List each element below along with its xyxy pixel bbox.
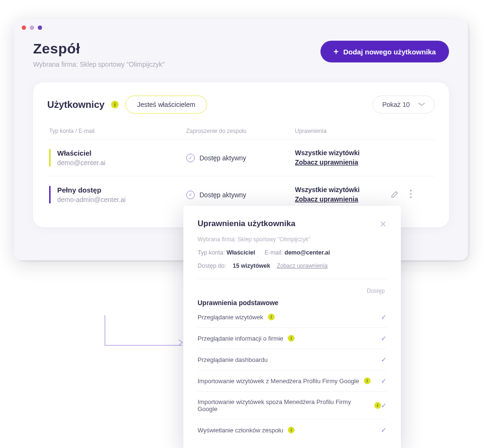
access-value: 15 wizytówek [233,263,270,269]
perm-label: Importowanie wizytówek spoza Menedżera P… [198,398,370,413]
info-icon[interactable]: i [268,314,275,320]
page-header: Zespół Wybrana firma: Sklep sportowy "Ol… [14,36,468,82]
info-icon[interactable]: i [374,402,381,409]
page-subtitle: Wybrana firma: Sklep sportowy "Olimpijcz… [33,61,164,68]
check-icon: ✓ [381,402,387,409]
popover-meta: Typ konta: Właściciel E-mail: demo@cente… [198,249,387,256]
perm-all-label: Wszystkie wizytówki [295,149,390,157]
status-label: Dostęp aktywny [199,191,246,199]
check-icon: ✓ [381,377,387,385]
account-type: Pełny dostęp [57,186,186,194]
account-email: demo-admin@center.ai [57,196,186,203]
page-title: Zespół [33,41,164,57]
check-icon: ✓ [381,334,387,342]
account-type-block: Właściciel demo@center.ai [49,149,186,167]
perm-label: Przeglądanie wizytówek [198,314,263,321]
add-user-button-label: Dodaj nowego użytkownika [343,48,436,56]
perm-label: Wyświetlanie członków zespołu [198,427,283,434]
window-titlebar [14,19,468,36]
status-label: Dostęp aktywny [199,154,246,162]
view-permissions-link[interactable]: Zobacz uprawnienia [295,195,358,203]
close-icon[interactable]: ✕ [380,219,387,229]
perm-row: Wyświetlanie członków zespołu i ✓ [198,420,387,440]
account-type: Właściciel [57,149,186,157]
window-close-dot[interactable] [22,26,26,30]
svg-point-0 [410,190,412,192]
perm-row: Importowanie wizytówek spoza Menedżera P… [198,392,387,420]
access-label: Dostęp do: [198,263,226,269]
info-icon[interactable]: i [364,378,371,384]
table-row: Właściciel demo@center.ai ✓ Dostęp aktyw… [47,140,435,176]
chevron-down-icon [418,101,425,108]
check-icon: ✓ [381,426,387,434]
check-circle-icon: ✓ [186,154,195,162]
perm-row: Przeglądanie dashboardu ✓ [198,349,387,370]
view-permissions-link[interactable]: Zobacz uprawnienia [295,158,358,166]
window-max-dot[interactable] [38,26,42,30]
more-icon[interactable] [409,189,412,201]
info-icon[interactable]: i [288,427,294,433]
page-size-label: Pokaż 10 [382,101,410,108]
window-min-dot[interactable] [30,26,34,30]
divider [198,279,387,279]
card-head: Użytkownicy i Jesteś właścicielem Pokaż … [47,96,435,114]
perm-label: Importowanie wizytówek z Menedżera Profi… [198,378,359,385]
perm-label: Przeglądanie dashboardu [198,356,268,363]
permissions-popover: Uprawnienia użytkownika ✕ Wybrana firma:… [183,206,401,448]
popover-subtitle: Wybrana firma: Sklep sportowy "Olimpijcz… [198,236,387,243]
meta-type-value: Właściciel [226,249,255,256]
add-user-button[interactable]: + Dodaj nowego użytkownika [320,41,449,62]
perm-all-label: Wszystkie wizytówki [295,186,390,193]
th-account: Typ konta / E-mail [49,128,186,134]
perm-row: Przeglądanie informacji o firmie i ✓ [198,328,387,349]
svg-point-1 [410,193,412,195]
meta-type-label: Typ konta: [198,249,225,256]
perm-col-head: Dostęp [198,288,387,294]
perm-group-title: Uprawnienia podstawowe [198,299,387,307]
meta-email-label: E-mail: [265,249,283,256]
perm-label: Przeglądanie informacji o firmie [198,335,283,342]
th-perms: Uprawnienia [295,128,433,134]
status-active: ✓ Dostęp aktywny [186,191,295,199]
info-icon[interactable]: i [111,101,119,108]
account-email: demo@center.ai [57,159,186,167]
table-head: Typ konta / E-mail Zaproszenie do zespoł… [47,128,435,140]
svg-point-2 [410,196,412,198]
check-icon: ✓ [381,356,387,363]
info-icon[interactable]: i [288,335,294,342]
account-type-block: Pełny dostęp demo-admin@center.ai [49,186,186,203]
edit-icon[interactable] [390,189,400,201]
check-icon: ✓ [381,313,387,321]
check-circle-icon: ✓ [186,191,195,199]
owner-badge: Jesteś właścicielem [125,96,207,114]
status-active: ✓ Dostęp aktywny [186,154,295,162]
card-title: Użytkownicy [47,99,104,110]
page-size-select[interactable]: Pokaż 10 [372,96,435,114]
perm-row: Importowanie wizytówek z Menedżera Profi… [198,370,387,392]
popover-access: Dostęp do: 15 wizytówek Zobacz uprawnien… [198,263,387,269]
meta-email-value: demo@center.ai [285,249,330,256]
perm-row: Przeglądanie wizytówek i ✓ [198,307,387,328]
access-view-link[interactable]: Zobacz uprawnienia [277,263,328,269]
th-invite: Zaproszenie do zespołu [186,128,295,134]
popover-title: Uprawnienia użytkownika [198,219,295,228]
plus-icon: + [334,47,339,56]
connector-line [104,314,183,347]
